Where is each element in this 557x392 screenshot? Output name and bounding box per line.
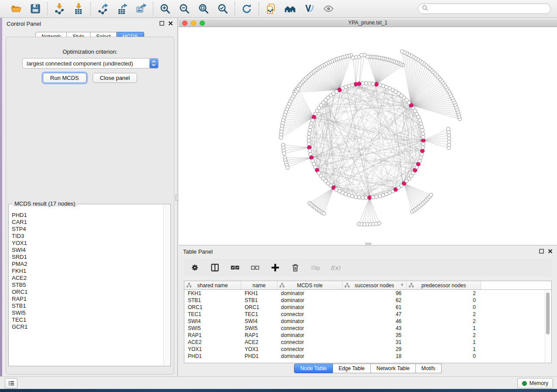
cell-successor-nodes[interactable]: 43 — [343, 325, 407, 331]
mcds-result-item[interactable]: RAP1 — [12, 296, 163, 303]
cell-successor-nodes[interactable]: 96 — [343, 290, 407, 296]
cell-predecessor-nodes[interactable]: 2 — [407, 290, 481, 296]
import-table-button[interactable] — [73, 3, 85, 15]
table-row[interactable]: ORC1ORC1dominator610 — [184, 304, 551, 311]
cell-predecessor-nodes[interactable]: 2 — [407, 318, 481, 324]
cell-MCDS-role[interactable]: connector — [277, 311, 343, 317]
cell-successor-nodes[interactable]: 35 — [343, 332, 407, 338]
mcds-result-item[interactable]: ACE2 — [12, 275, 163, 282]
mcds-result-item[interactable]: STP4 — [12, 226, 163, 233]
cell-MCDS-role[interactable]: dominator — [277, 353, 343, 359]
cell-MCDS-role[interactable]: dominator — [277, 290, 343, 296]
cell-MCDS-role[interactable]: connector — [277, 346, 343, 352]
cell-successor-nodes[interactable]: 47 — [343, 311, 407, 317]
table-row[interactable]: SWI5SWI5connector431 — [184, 325, 551, 332]
cell-MCDS-role[interactable]: dominator — [277, 297, 343, 303]
close-panel-icon[interactable] — [168, 21, 173, 27]
cell-name[interactable]: PHD1 — [241, 353, 277, 359]
zoom-in-button[interactable] — [159, 3, 171, 15]
network-home-button[interactable] — [284, 3, 296, 15]
cell-name[interactable]: STB1 — [241, 297, 277, 303]
table-row[interactable]: SWI4SWI4dominator462 — [184, 318, 551, 325]
table-splitter-handle[interactable] — [365, 243, 371, 245]
mcds-result-item[interactable]: STB1 — [12, 303, 163, 309]
table-row[interactable]: YOX1YOX1connector291 — [184, 346, 551, 353]
network-window-titlebar[interactable]: YPA_prune.txt_1 — [179, 19, 557, 27]
mcds-result-item[interactable]: ORC1 — [12, 289, 163, 296]
cell-shared-name[interactable]: ORC1 — [184, 304, 241, 310]
column-header-MCDS-role[interactable]: MCDS role — [277, 281, 343, 289]
cell-successor-nodes[interactable]: 46 — [343, 318, 407, 324]
cell-name[interactable]: FKH1 — [241, 290, 277, 296]
deselect-all-columns-button[interactable] — [249, 262, 261, 273]
cell-shared-name[interactable]: STB1 — [184, 297, 241, 303]
cell-predecessor-nodes[interactable]: 0 — [407, 297, 481, 303]
mcds-result-item[interactable]: GCR1 — [12, 323, 163, 330]
cell-predecessor-nodes[interactable]: 2 — [407, 311, 481, 317]
cell-predecessor-nodes[interactable]: 0 — [407, 353, 481, 359]
cell-name[interactable]: ORC1 — [241, 304, 277, 310]
add-column-button[interactable] — [270, 262, 281, 273]
zoom-out-button[interactable] — [178, 3, 190, 15]
cell-MCDS-role[interactable]: connector — [277, 325, 343, 331]
cell-successor-nodes[interactable]: 31 — [343, 339, 407, 345]
export-image-button[interactable] — [135, 3, 147, 15]
criterion-dropdown[interactable]: largest connected component (undirected) — [22, 58, 159, 69]
cell-shared-name[interactable]: SWI5 — [184, 325, 241, 331]
cell-shared-name[interactable]: TEC1 — [184, 311, 241, 317]
mcds-result-item[interactable]: SRD1 — [12, 254, 163, 261]
settings-button[interactable] — [189, 262, 201, 273]
column-header-predecessor-nodes[interactable]: predecessor nodes — [407, 281, 481, 289]
table-row[interactable]: FKH1FKH1dominator962 — [184, 290, 551, 297]
apply-layout-button[interactable] — [241, 3, 253, 15]
search-box[interactable] — [418, 3, 551, 14]
cell-successor-nodes[interactable]: 61 — [343, 304, 407, 310]
cell-predecessor-nodes[interactable]: 1 — [407, 346, 481, 352]
cell-MCDS-role[interactable]: dominator — [277, 332, 343, 338]
cell-predecessor-nodes[interactable]: 1 — [407, 339, 481, 345]
close-panel-button[interactable]: Close panel — [93, 73, 138, 83]
cell-shared-name[interactable]: ACE2 — [184, 339, 241, 345]
table-row[interactable]: TEC1TEC1connector472 — [184, 311, 551, 318]
cell-successor-nodes[interactable]: 18 — [343, 353, 407, 359]
cell-name[interactable]: YOX1 — [241, 346, 277, 352]
select-all-columns-button[interactable] — [229, 262, 241, 273]
table-row[interactable]: STB1STB1dominator620 — [184, 297, 551, 304]
cell-predecessor-nodes[interactable]: 1 — [407, 325, 481, 331]
show-hide-button[interactable] — [322, 3, 335, 15]
cell-shared-name[interactable]: FKH1 — [184, 290, 241, 296]
table-scrollbar-thumb[interactable] — [546, 292, 550, 334]
cell-successor-nodes[interactable]: 62 — [343, 297, 407, 303]
mcds-result-item[interactable]: TID3 — [12, 233, 163, 240]
show-columns-button[interactable] — [209, 262, 221, 273]
float-panel-icon[interactable] — [159, 21, 164, 27]
save-session-button[interactable] — [29, 3, 42, 15]
cell-shared-name[interactable]: PHD1 — [184, 353, 241, 359]
mcds-result-item[interactable]: FKH1 — [12, 268, 163, 275]
network-graph[interactable] — [179, 27, 557, 244]
close-table-panel-icon[interactable] — [548, 248, 553, 255]
task-history-button[interactable] — [5, 378, 17, 389]
node-table[interactable]: shared namenameMCDS rolesuccessor nodes∨… — [184, 281, 552, 363]
network-view[interactable] — [179, 27, 557, 244]
mcds-result-item[interactable]: PHD1 — [12, 212, 163, 219]
column-header-name[interactable]: name — [241, 281, 277, 289]
import-network-button[interactable] — [53, 3, 66, 15]
cell-MCDS-role[interactable]: dominator — [277, 304, 343, 310]
open-file-button[interactable] — [10, 3, 22, 15]
cell-name[interactable]: ACE2 — [241, 339, 277, 345]
mcds-result-item[interactable]: PMA2 — [12, 261, 163, 268]
table-row[interactable]: PHD1PHD1dominator180 — [184, 353, 551, 360]
cell-successor-nodes[interactable]: 29 — [343, 346, 407, 352]
tab-motifs[interactable]: Motifs — [416, 364, 442, 373]
mcds-result-scrollbar[interactable] — [163, 205, 170, 365]
vizmapper-off-button[interactable] — [303, 3, 315, 15]
search-input[interactable] — [431, 5, 547, 12]
cell-predecessor-nodes[interactable]: 2 — [407, 332, 481, 338]
mcds-result-item[interactable]: STB5 — [12, 282, 163, 289]
cell-shared-name[interactable]: YOX1 — [184, 346, 241, 352]
column-header-successor-nodes[interactable]: successor nodes∨ — [343, 281, 407, 289]
cell-shared-name[interactable]: SWI4 — [184, 318, 241, 324]
table-scrollbar[interactable] — [545, 290, 551, 362]
cell-name[interactable]: TEC1 — [241, 311, 277, 317]
